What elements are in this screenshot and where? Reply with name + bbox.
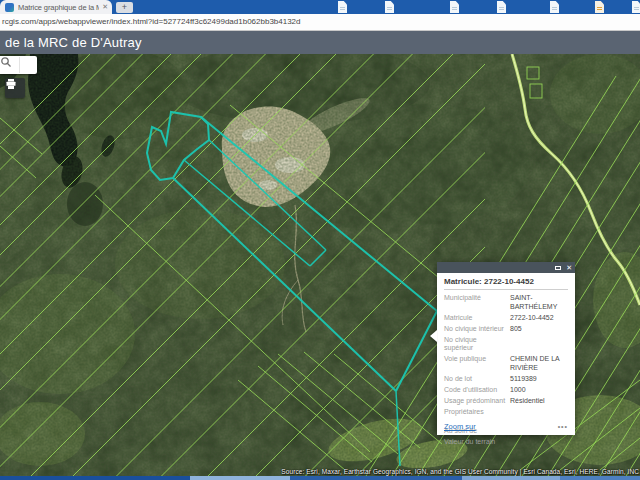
- popup-row: No de lot 5119389: [444, 375, 568, 384]
- popup-row: Voie publique CHEMIN DE LA RIVIÈRE: [444, 355, 568, 372]
- taskbar: [0, 476, 640, 480]
- desktop-file-icon[interactable]: [338, 1, 347, 13]
- popup-row: Code d'utilisation 1000: [444, 386, 568, 395]
- desktop-file-icon[interactable]: [385, 1, 394, 13]
- popup-row: Municipalité SAINT-BARTHÉLEMY: [444, 294, 568, 311]
- map-attribution: Source: Esri, Maxar, Earthstar Geographi…: [281, 468, 639, 475]
- search-widget: [0, 56, 37, 74]
- popup-row: No civique intérieur 805: [444, 325, 568, 334]
- popup-maximize-icon[interactable]: [555, 266, 561, 270]
- popup-close-icon[interactable]: ✕: [566, 262, 572, 273]
- new-tab-button[interactable]: +: [116, 2, 133, 13]
- address-bar[interactable]: rcgis.com/apps/webappviewer/index.html?i…: [0, 14, 640, 31]
- desktop-strip: Matrice graphique de la MRC d ✕ +: [0, 0, 640, 14]
- desktop-file-icon[interactable]: [595, 1, 604, 13]
- popup-row: Matricule 2722-10-4452: [444, 314, 568, 323]
- desktop-file-icon[interactable]: [550, 1, 559, 13]
- page-title: de la MRC de D'Autray: [5, 31, 142, 54]
- popup-titlebar: ✕: [437, 262, 575, 273]
- popup-footer: Zoom sur •••: [444, 422, 568, 431]
- search-icon[interactable]: [19, 57, 35, 73]
- printer-icon: [5, 78, 17, 90]
- parcel-popup: ✕ Matricule: 2722-10-4452 Municipalité S…: [437, 262, 575, 435]
- popup-pointer: [430, 330, 437, 342]
- tab-title: Matrice graphique de la MRC d: [18, 3, 99, 12]
- desktop-file-icon[interactable]: [450, 1, 459, 13]
- zoom-to-link[interactable]: Zoom sur: [444, 422, 476, 431]
- app-header: de la MRC de D'Autray: [0, 31, 640, 54]
- more-options-icon[interactable]: •••: [558, 423, 568, 430]
- desktop-file-icon[interactable]: [497, 1, 506, 13]
- popup-row: Valeur du terrain: [444, 438, 568, 447]
- popup-row: Propriétaires: [444, 408, 568, 417]
- popup-title: Matricule: 2722-10-4452: [444, 277, 568, 290]
- tab-close-icon[interactable]: ✕: [102, 0, 108, 14]
- popup-body: Matricule: 2722-10-4452 Municipalité SAI…: [437, 273, 575, 435]
- popup-row: No civique supérieur: [444, 336, 568, 353]
- browser-tab[interactable]: Matrice graphique de la MRC d ✕: [0, 0, 112, 14]
- url-text[interactable]: rcgis.com/apps/webappviewer/index.html?i…: [2, 14, 301, 30]
- tab-favicon-icon: [5, 3, 14, 12]
- popup-row: Usage prédominant Résidentiel: [444, 397, 568, 406]
- desktop-file-icon[interactable]: [632, 1, 640, 13]
- print-button[interactable]: [5, 78, 25, 98]
- map-container: ✕ Matricule: 2722-10-4452 Municipalité S…: [0, 54, 640, 476]
- screen: Matrice graphique de la MRC d ✕ + rcgis.…: [0, 0, 640, 480]
